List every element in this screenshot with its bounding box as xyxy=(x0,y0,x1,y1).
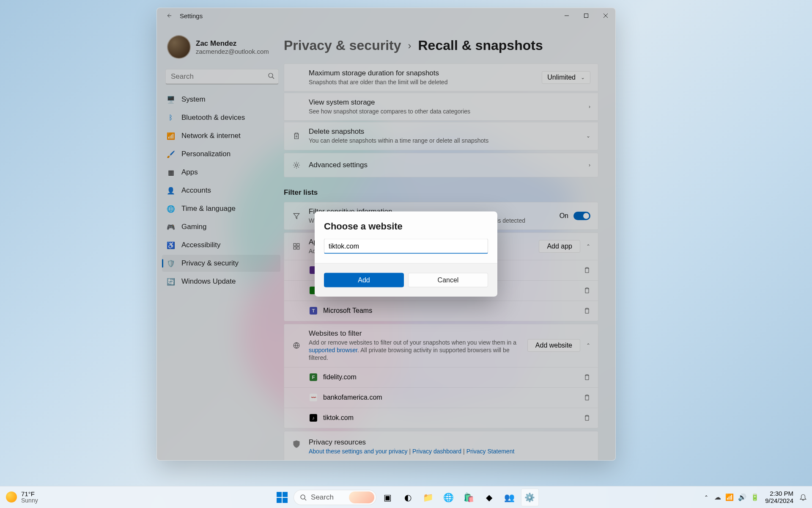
search-box xyxy=(165,69,279,84)
svg-rect-6 xyxy=(297,247,299,249)
bluetooth-icon: ᛒ xyxy=(167,114,175,121)
store-button[interactable]: 🛍️ xyxy=(460,489,478,506)
dialog-title: Choose a website xyxy=(324,221,488,232)
profile-block[interactable]: Zac Mendez zacmendez@outlook.com xyxy=(162,27,284,69)
profile-name: Zac Mendez xyxy=(196,39,269,48)
nav-network[interactable]: 📶Network & internet xyxy=(162,127,280,144)
explorer-button[interactable]: 📁 xyxy=(420,489,437,506)
minimize-button[interactable] xyxy=(557,8,576,23)
delete-button[interactable] xyxy=(584,374,590,381)
delete-button[interactable] xyxy=(584,287,590,294)
row-sub: See how snapshot storage compares to oth… xyxy=(309,108,581,115)
row-title: Privacy resources xyxy=(309,438,590,447)
close-button[interactable] xyxy=(596,8,615,23)
search-input[interactable] xyxy=(165,69,279,84)
row-title: Delete snapshots xyxy=(309,127,579,136)
nav-list: 🖥️System ᛒBluetooth & devices 📶Network &… xyxy=(162,91,284,290)
teams-button[interactable]: 👥 xyxy=(501,489,518,506)
filter-lists-header: Filter lists xyxy=(284,188,598,197)
gamepad-icon: 🎮 xyxy=(167,223,175,231)
delete-snapshots-row[interactable]: Delete snapshots You can delete snapshot… xyxy=(284,122,598,150)
gear-icon xyxy=(292,161,301,169)
sidebar: Zac Mendez zacmendez@outlook.com 🖥️Syste… xyxy=(157,23,284,460)
website-url-input[interactable] xyxy=(324,239,488,254)
battery-icon[interactable]: 🔋 xyxy=(751,493,759,501)
nav-label: Gaming xyxy=(181,223,207,231)
nav-personalization[interactable]: 🖌️Personalization xyxy=(162,146,280,163)
nav-apps[interactable]: ▦Apps xyxy=(162,164,280,181)
notifications-icon[interactable] xyxy=(799,494,807,501)
delete-button[interactable] xyxy=(584,414,590,421)
taskbar-search[interactable]: Search xyxy=(294,490,376,505)
nav-label: Privacy & security xyxy=(181,259,239,268)
nav-accessibility[interactable]: ♿Accessibility xyxy=(162,237,280,254)
settings-taskbar-button[interactable]: ⚙️ xyxy=(521,489,539,506)
edge-button[interactable]: 🌐 xyxy=(440,489,458,506)
date: 9/24/2024 xyxy=(765,497,793,505)
add-app-button[interactable]: Add app xyxy=(539,240,580,253)
app-name: Microsoft Teams xyxy=(323,307,578,315)
nav-label: Windows Update xyxy=(181,277,236,286)
clock[interactable]: 2:30 PM 9/24/2024 xyxy=(765,490,793,504)
nav-label: Network & internet xyxy=(181,132,241,140)
nav-bluetooth[interactable]: ᛒBluetooth & devices xyxy=(162,109,280,126)
about-settings-link[interactable]: About these settings and your privacy xyxy=(309,448,407,455)
max-storage-dropdown[interactable]: Unlimited ⌄ xyxy=(542,71,590,84)
advanced-settings-row[interactable]: Advanced settings › xyxy=(284,153,598,177)
nav-label: Time & language xyxy=(181,204,236,213)
add-button[interactable]: Add xyxy=(324,273,404,287)
websites-filter-row[interactable]: Websites to filter Add or remove website… xyxy=(284,324,598,367)
privacy-dashboard-link[interactable]: Privacy dashboard xyxy=(412,448,461,455)
tray-expand-icon[interactable]: ⌃ xyxy=(704,494,708,500)
nav-privacy[interactable]: 🛡️Privacy & security xyxy=(162,255,280,272)
task-view-button[interactable]: ▣ xyxy=(379,489,397,506)
toggle-label: On xyxy=(560,212,568,220)
privacy-statement-link[interactable]: Privacy Statement xyxy=(466,448,515,455)
svg-point-2 xyxy=(295,164,298,166)
maximize-button[interactable] xyxy=(576,8,596,23)
weather-widget[interactable]: 71°F Sunny xyxy=(0,491,38,504)
teams-icon: T xyxy=(310,307,317,315)
volume-icon[interactable]: 🔊 xyxy=(738,493,746,501)
system-tray: ⌃ ☁ 📶 🔊 🔋 2:30 PM 9/24/2024 xyxy=(704,490,807,504)
website-row: ♪ tiktok.com xyxy=(284,408,598,428)
back-button[interactable] xyxy=(160,9,177,22)
shield-icon xyxy=(292,440,301,448)
update-icon: 🔄 xyxy=(167,278,175,285)
delete-button[interactable] xyxy=(584,307,590,314)
site-name: fidelity.com xyxy=(323,373,578,381)
nav-update[interactable]: 🔄Windows Update xyxy=(162,273,280,290)
site-name: tiktok.com xyxy=(323,414,578,422)
max-storage-row[interactable]: Maximum storage duration for snapshots S… xyxy=(284,64,598,91)
nav-label: Accessibility xyxy=(181,241,221,249)
privacy-links: About these settings and your privacy|Pr… xyxy=(309,447,590,455)
start-button[interactable] xyxy=(273,489,291,506)
nav-label: Bluetooth & devices xyxy=(181,113,245,122)
titlebar: Settings xyxy=(157,8,615,23)
breadcrumb-parent[interactable]: Privacy & security xyxy=(284,38,401,53)
chevron-down-icon: ⌄ xyxy=(581,75,585,80)
copilot-button[interactable]: ◐ xyxy=(399,489,417,506)
nav-gaming[interactable]: 🎮Gaming xyxy=(162,218,280,235)
nav-time[interactable]: 🌐Time & language xyxy=(162,200,280,217)
view-storage-row[interactable]: View system storage See how snapshot sto… xyxy=(284,93,598,121)
supported-browser-link[interactable]: supported browser xyxy=(309,347,357,353)
onedrive-icon[interactable]: ☁ xyxy=(714,493,721,501)
nav-accounts[interactable]: 👤Accounts xyxy=(162,182,280,199)
wifi-icon[interactable]: 📶 xyxy=(725,493,734,501)
add-website-button[interactable]: Add website xyxy=(527,339,580,352)
breadcrumb: Privacy & security › Recall & snapshots xyxy=(284,38,598,53)
chevron-down-icon: ⌄ xyxy=(586,133,590,139)
search-icon xyxy=(300,494,307,501)
delete-button[interactable] xyxy=(584,267,590,273)
filter-sensitive-toggle[interactable] xyxy=(573,212,590,220)
delete-button[interactable] xyxy=(584,394,590,401)
apps-grid-icon xyxy=(292,243,301,250)
nav-label: Accounts xyxy=(181,186,211,195)
pinned-app-button[interactable]: ◆ xyxy=(480,489,498,506)
nav-system[interactable]: 🖥️System xyxy=(162,91,280,108)
taskbar-center: Search ▣ ◐ 📁 🌐 🛍️ ◆ 👥 ⚙️ xyxy=(273,489,539,506)
cancel-button[interactable]: Cancel xyxy=(408,273,488,287)
svg-point-8 xyxy=(301,495,305,499)
search-placeholder: Search xyxy=(311,493,334,502)
